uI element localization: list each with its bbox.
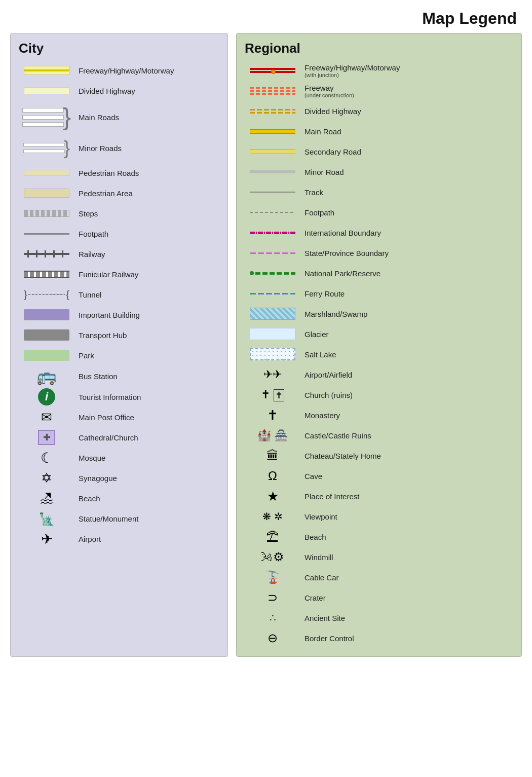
label-divided-hwy: Divided Highway [74,87,135,95]
label-steps: Steps [74,209,98,218]
symbol-tunnel: } { [19,289,74,301]
list-item: ✝ ✝ Church (ruins) [245,386,513,404]
list-item: Footpath [19,225,219,243]
label-reg-border: Border Control [300,634,354,643]
label-reg-cablecar: Cable Car [300,573,339,582]
label-airport-city: Airport [74,535,101,543]
list-item: Divided Highway [19,82,219,100]
list-item: International Boundary [245,224,513,242]
list-item: 🏖 Beach [19,489,219,507]
list-item: i Tourist Information [19,388,219,406]
label-park: Park [74,351,94,360]
label-mosque: Mosque [74,454,105,462]
list-item: Salt Lake [245,345,513,363]
symbol-reg-ancient: ∴ [245,612,300,624]
list-item: ⛱ Beach [245,528,513,546]
label-reg-minor: Minor Road [300,168,344,176]
label-statue: Statue/Monument [74,514,138,523]
list-item: 🏰 🏯 Castle/Castle Ruins [245,426,513,445]
list-item: Park [19,346,219,364]
symbol-reg-airport: ✈✈ [245,368,300,381]
symbol-reg-monastery: ✝ [245,408,300,423]
list-item: } Main Roads [19,102,219,132]
city-heading: City [19,41,219,56]
list-item: Freeway/Highway/Motorway (with junction) [245,61,513,80]
regional-heading: Regional [245,41,513,56]
symbol-main-roads: } [19,105,74,129]
label-main-roads: Main Roads [74,113,119,122]
list-item: ⊃ Crater [245,588,513,607]
list-item: Main Road [245,122,513,140]
label-pedestrian-area: Pedestrian Area [74,189,133,198]
list-item: Marshland/Swamp [245,305,513,323]
label-transport-hub: Transport Hub [74,331,127,340]
symbol-statue: 🗽 [19,511,74,527]
symbol-reg-state [245,252,300,254]
symbol-reg-marsh [245,308,300,320]
list-item: Pedestrian Roads [19,164,219,182]
symbol-reg-windmill: 🌬⚙ [245,550,300,564]
list-item: ☾ Mosque [19,449,219,467]
symbol-funicular [19,271,74,278]
label-reg-beach: Beach [300,533,326,541]
symbol-reg-beach: ⛱ [245,530,300,544]
symbol-footpath [19,233,74,235]
symbol-reg-border: ⊖ [245,631,300,645]
list-item: ✈✈ Airport/Airfield [245,365,513,384]
symbol-freeway [19,66,74,75]
city-column: City Freeway/Highway/Motorway Divided Hi… [10,33,228,657]
list-item: Transport Hub [19,326,219,344]
symbol-reg-minor [245,170,300,173]
label-reg-ferry: Ferry Route [300,289,345,298]
symbol-minor-roads: } [19,139,74,157]
list-item: ✡ Synagogue [19,469,219,487]
symbol-reg-freeway [245,67,300,74]
label-reg-divided: Divided Highway [300,107,361,116]
label-reg-cave: Cave [300,472,322,480]
symbol-airport-city: ✈ [19,531,74,547]
label-reg-freeway: Freeway/Highway/Motorway (with junction) [300,63,400,78]
list-item: Freeway/Highway/Motorway [19,61,219,80]
label-reg-intl: International Boundary [300,229,381,237]
label-reg-saltlake: Salt Lake [300,350,336,359]
list-item: Glacier [245,325,513,343]
list-item: Funicular Railway [19,265,219,283]
label-railway: Railway [74,250,105,258]
list-item: ✈ Airport [19,530,219,548]
symbol-reg-chateau: 🏛 [245,449,300,463]
label-minor-roads: Minor Roads [74,144,122,153]
list-item: Railway [19,245,219,263]
label-reg-windmill: Windmill [300,553,333,562]
label-reg-monastery: Monastery [300,411,340,420]
list-item: ✝ Monastery [245,406,513,424]
symbol-synagogue: ✡ [19,470,74,486]
list-item: Footpath [245,203,513,221]
list-item: State/Province Boundary [245,244,513,262]
list-item: 🌬⚙ Windmill [245,548,513,566]
symbol-reg-secondary [245,149,300,154]
symbol-reg-cablecar: 🚡 [245,570,300,584]
regional-column: Regional Freeway/Highway/Motorway (with … [236,33,522,657]
symbol-tourist-info: i [19,388,74,405]
list-item: ∴ Ancient Site [245,609,513,627]
list-item: Track [245,183,513,201]
symbol-reg-footpath [245,212,300,213]
list-item: ❋ ✲ Viewpoint [245,507,513,526]
label-reg-state: State/Province Boundary [300,249,389,257]
list-item: Pedestrian Area [19,184,219,202]
symbol-main-post: ✉ [19,410,74,425]
label-reg-airport: Airport/Airfield [300,371,352,379]
symbol-reg-glacier [245,328,300,340]
label-reg-marsh: Marshland/Swamp [300,310,367,318]
label-funicular: Funicular Railway [74,270,138,279]
symbol-reg-castle: 🏰 🏯 [245,429,300,442]
label-bus-station: Bus Station [74,372,118,381]
symbol-mosque: ☾ [19,450,74,466]
label-reg-ancient: Ancient Site [300,614,345,622]
symbol-beach-city: 🏖 [19,491,74,506]
list-item: Divided Highway [245,102,513,120]
page-title: Map Legend [0,0,532,33]
list-item: 🚌 Bus Station [19,366,219,386]
symbol-reg-freeway-uc [245,87,300,95]
list-item: Freeway (under construction) [245,82,513,100]
